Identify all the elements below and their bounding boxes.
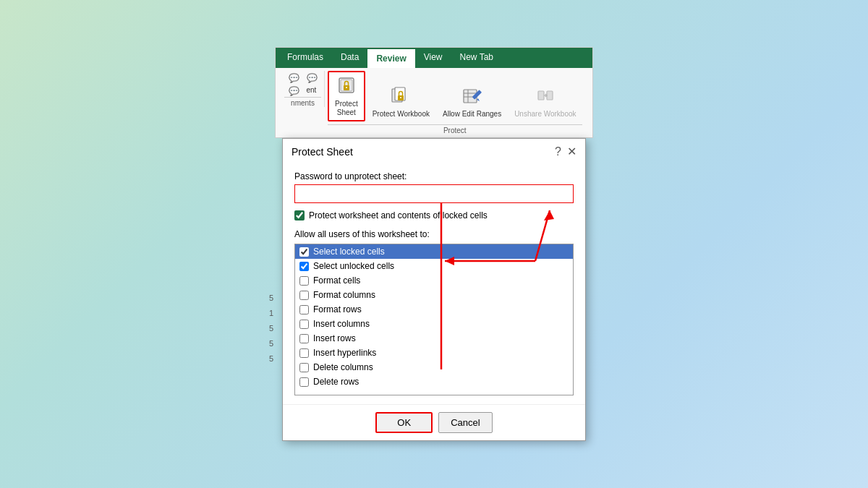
permission-item[interactable]: Format rows <box>295 302 573 317</box>
allow-edit-ranges-icon <box>462 85 482 108</box>
comment-icon-3: 💬 <box>307 73 318 83</box>
ribbon-content: 💬 💬 💬 ent nmen <box>276 68 592 138</box>
comments-group-label: nments <box>284 97 321 107</box>
dialog-body: Password to unprotect sheet: Protect wor… <box>283 163 585 404</box>
comment-btn-1[interactable]: 💬 <box>286 72 302 84</box>
permission-item[interactable]: Format columns <box>295 288 573 302</box>
comment-btn-3[interactable]: 💬 <box>304 72 320 84</box>
permission-item[interactable]: Insert hyperlinks <box>295 346 573 360</box>
permissions-list[interactable]: Select locked cellsSelect unlocked cells… <box>294 244 574 395</box>
permission-label: Insert rows <box>313 333 356 343</box>
comment-icon-1: 💬 <box>289 73 299 83</box>
cancel-button[interactable]: Cancel <box>438 412 492 433</box>
permission-item[interactable]: Delete columns <box>295 360 573 374</box>
svg-point-3 <box>346 87 347 88</box>
permission-item[interactable]: Select locked cells <box>295 244 573 259</box>
tab-data[interactable]: Data <box>332 48 367 68</box>
dialog-help-button[interactable]: ? <box>555 145 561 158</box>
unshare-workbook-label: Unshare Workbook <box>514 110 576 119</box>
tab-newtab[interactable]: New Tab <box>451 48 502 68</box>
permission-label: Format rows <box>313 304 362 314</box>
permission-checkbox[interactable] <box>299 276 309 286</box>
dialog-titlebar: Protect Sheet ? ✕ <box>283 139 585 163</box>
svg-rect-14 <box>547 91 553 100</box>
permission-label: Select locked cells <box>313 247 385 257</box>
permission-checkbox[interactable] <box>299 291 309 300</box>
permission-item[interactable]: Insert rows <box>295 331 573 346</box>
password-label: Password to unprotect sheet: <box>294 171 574 181</box>
permission-label: Format cells <box>313 275 360 286</box>
permission-label: Insert columns <box>313 319 370 329</box>
protect-sheet-dialog: Protect Sheet ? ✕ Password to unprotect … <box>282 138 586 441</box>
dialog-title-actions: ? ✕ <box>555 145 576 158</box>
permission-checkbox[interactable] <box>299 247 309 257</box>
dialog-close-button[interactable]: ✕ <box>567 145 576 158</box>
tab-view[interactable]: View <box>415 48 451 68</box>
permission-checkbox[interactable] <box>299 363 309 372</box>
dialog-title: Protect Sheet <box>292 146 353 158</box>
permission-checkbox[interactable] <box>299 305 309 314</box>
ribbon: Formulas Data Review View New Tab 💬 💬 <box>275 47 593 138</box>
protect-contents-row: Protect worksheet and contents of locked… <box>294 210 574 221</box>
row-num-4: 5 <box>269 335 276 351</box>
permission-label: Format columns <box>313 290 375 300</box>
unshare-workbook-button[interactable]: Unshare Workbook <box>509 82 582 121</box>
permission-item[interactable]: Insert columns <box>295 317 573 331</box>
row-num-5: 5 <box>269 351 276 366</box>
permission-item[interactable]: Delete rows <box>295 374 573 389</box>
protect-group-label: Protect <box>328 124 582 134</box>
row-num-2: 1 <box>269 305 276 320</box>
track-btn[interactable]: ent <box>304 85 320 95</box>
protect-sheet-label: Protect Sheet <box>335 100 358 117</box>
track-icon: ent <box>307 86 317 94</box>
svg-point-7 <box>400 97 401 98</box>
protect-contents-checkbox[interactable] <box>294 210 305 221</box>
permission-checkbox[interactable] <box>299 348 309 358</box>
protect-workbook-label: Protect Workbook <box>373 110 430 119</box>
row-num-3: 5 <box>269 320 276 335</box>
unshare-workbook-icon <box>535 85 556 108</box>
comment-icon-2: 💬 <box>289 86 299 96</box>
protect-workbook-button[interactable]: Protect Workbook <box>367 82 435 121</box>
protect-contents-label: Protect worksheet and contents of locked… <box>309 210 488 221</box>
protect-sheet-icon <box>336 75 357 98</box>
protect-workbook-icon <box>391 85 411 108</box>
permission-checkbox[interactable] <box>299 334 309 343</box>
dialog-footer: OK Cancel <box>283 404 585 440</box>
permission-checkbox[interactable] <box>299 262 309 271</box>
allow-edit-ranges-label: Allow Edit Ranges <box>443 110 501 119</box>
permission-label: Insert hyperlinks <box>313 348 376 358</box>
permission-item[interactable]: Format cells <box>295 273 573 288</box>
permission-label: Delete columns <box>313 362 373 372</box>
permission-label: Select unlocked cells <box>313 261 394 271</box>
allow-edit-ranges-button[interactable]: Allow Edit Ranges <box>437 82 507 121</box>
ok-button[interactable]: OK <box>375 412 433 433</box>
row-numbers: 5 1 5 5 5 <box>269 290 276 366</box>
permission-label: Delete rows <box>313 377 359 387</box>
permission-item[interactable]: Select unlocked cells <box>295 259 573 273</box>
ribbon-group-comments: 💬 💬 💬 ent nmen <box>281 71 325 107</box>
allow-label: Allow all users of this worksheet to: <box>294 229 574 239</box>
row-num-1: 5 <box>269 290 276 305</box>
comment-btn-2[interactable]: 💬 <box>286 85 302 97</box>
tab-review[interactable]: Review <box>367 48 414 68</box>
tab-formulas[interactable]: Formulas <box>278 48 332 68</box>
ribbon-tab-bar: Formulas Data Review View New Tab <box>276 48 592 68</box>
permission-checkbox[interactable] <box>299 377 309 387</box>
protect-sheet-button[interactable]: Protect Sheet <box>328 71 365 121</box>
permission-checkbox[interactable] <box>299 320 309 329</box>
svg-rect-13 <box>538 91 544 100</box>
ribbon-group-protect: Protect Sheet <box>325 71 585 134</box>
password-input[interactable] <box>294 184 574 203</box>
